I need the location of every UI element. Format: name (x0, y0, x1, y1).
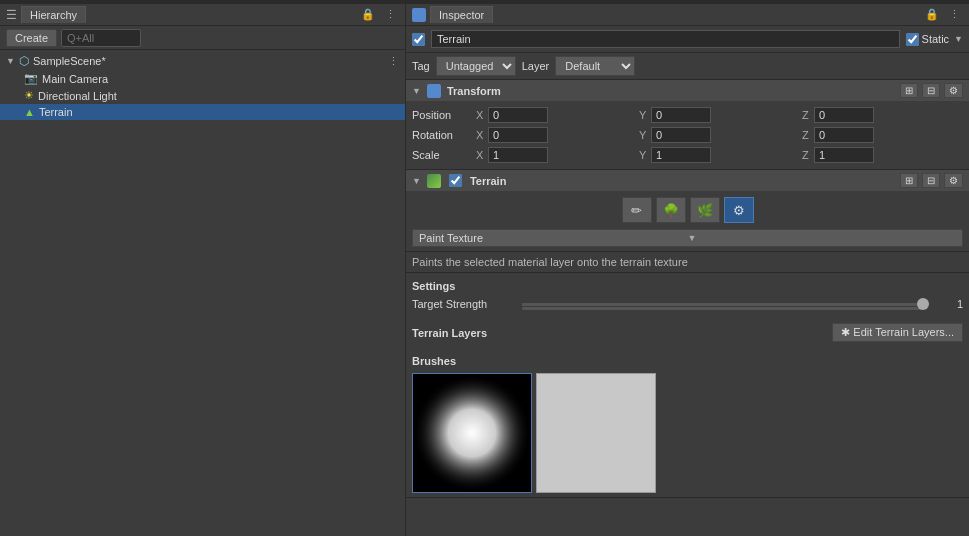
position-x-input[interactable] (488, 107, 548, 123)
tag-label: Tag (412, 60, 430, 72)
position-z-label: Z (802, 109, 812, 121)
scene-name: SampleScene* (33, 55, 106, 67)
create-button[interactable]: Create (6, 29, 57, 47)
terrain-component-title: Terrain (470, 175, 506, 187)
scale-xyz: X Y Z (476, 147, 963, 163)
rotation-x-input[interactable] (488, 127, 548, 143)
scene-menu-icon[interactable]: ⋮ (388, 55, 399, 68)
inspector-lock-btn[interactable]: 🔒 (922, 7, 942, 22)
transform-component-icon (427, 84, 441, 98)
light-label: Directional Light (38, 90, 117, 102)
terrain-component-header[interactable]: ▼ Terrain ⊞ ⊟ ⚙ (406, 170, 969, 191)
info-text-content: Paints the selected material layer onto … (412, 256, 688, 268)
position-y-input[interactable] (651, 107, 711, 123)
hierarchy-more-btn[interactable]: ⋮ (382, 7, 399, 22)
paint-texture-arrow: ▼ (688, 233, 957, 243)
brush-item-1[interactable] (412, 373, 532, 493)
scale-y-input[interactable] (651, 147, 711, 163)
scene-icon: ⬡ (19, 54, 29, 68)
transform-paste-btn[interactable]: ⊟ (922, 83, 940, 98)
brushes-section: Brushes (406, 348, 969, 497)
transform-copy-btn[interactable]: ⊞ (900, 83, 918, 98)
terrain-label: Terrain (39, 106, 73, 118)
position-x-label: X (476, 109, 486, 121)
hierarchy-lock-btn[interactable]: 🔒 (358, 7, 378, 22)
terrain-paste-btn[interactable]: ⊟ (922, 173, 940, 188)
scale-x-input[interactable] (488, 147, 548, 163)
inspector-more-btn[interactable]: ⋮ (946, 7, 963, 22)
tag-dropdown[interactable]: Untagged (436, 56, 516, 76)
hierarchy-menu-icon[interactable]: ☰ (6, 8, 17, 22)
inspector-tab[interactable]: Inspector (430, 6, 493, 23)
rotation-row: Rotation X Y Z (412, 125, 963, 145)
terrain-toolbar: ✏ 🌳 🌿 ⚙ (406, 191, 969, 229)
brush-item-2[interactable] (536, 373, 656, 493)
terrain-layers-section: Terrain Layers ✱ Edit Terrain Layers... (406, 317, 969, 348)
camera-label: Main Camera (42, 73, 108, 85)
scale-x-label: X (476, 149, 486, 161)
target-strength-value: 1 (933, 298, 963, 310)
static-checkbox[interactable] (906, 33, 919, 46)
hierarchy-header: ☰ Hierarchy 🔒 ⋮ (0, 4, 405, 26)
object-header: Static ▼ (406, 26, 969, 53)
hierarchy-item-main-camera[interactable]: 📷 Main Camera (0, 70, 405, 87)
hierarchy-content: ▼ ⬡ SampleScene* ⋮ 📷 Main Camera ☀ Direc… (0, 50, 405, 536)
terrain-active-checkbox[interactable] (449, 174, 462, 187)
transform-title: Transform (447, 85, 501, 97)
terrain-layers-title: Terrain Layers (412, 324, 487, 342)
layer-dropdown[interactable]: Default (555, 56, 635, 76)
position-xyz: X Y Z (476, 107, 963, 123)
hierarchy-scene-item[interactable]: ▼ ⬡ SampleScene* ⋮ (0, 52, 405, 70)
terrain-tree-tool[interactable]: 🌳 (656, 197, 686, 223)
target-strength-thumb[interactable] (917, 298, 929, 310)
transform-settings-btn[interactable]: ⚙ (944, 83, 963, 98)
terrain-component-icon (427, 174, 441, 188)
terrain-detail-tool[interactable]: 🌿 (690, 197, 720, 223)
layer-label: Layer (522, 60, 550, 72)
hierarchy-tab[interactable]: Hierarchy (21, 6, 86, 23)
scale-z-input[interactable] (814, 147, 874, 163)
target-strength-row: Target Strength 1 (412, 295, 963, 313)
rotation-y-input[interactable] (651, 127, 711, 143)
hierarchy-item-directional-light[interactable]: ☀ Directional Light (0, 87, 405, 104)
hierarchy-search[interactable] (61, 29, 141, 47)
position-row: Position X Y Z (412, 105, 963, 125)
terrain-brush-tool[interactable]: ✏ (622, 197, 652, 223)
terrain-icon: ▲ (24, 106, 35, 118)
object-name-input[interactable] (431, 30, 900, 48)
scale-label: Scale (412, 149, 472, 161)
static-dropdown-arrow[interactable]: ▼ (954, 34, 963, 44)
terrain-collapse-arrow: ▼ (412, 176, 421, 186)
inspector-content: Static ▼ Tag Untagged Layer Default ▼ (406, 26, 969, 536)
terrain-component-section: ▼ Terrain ⊞ ⊟ ⚙ ✏ 🌳 🌿 (406, 170, 969, 498)
target-strength-track[interactable] (522, 303, 923, 306)
position-y-label: Y (639, 109, 649, 121)
transform-collapse-arrow: ▼ (412, 86, 421, 96)
terrain-settings-btn[interactable]: ⚙ (944, 173, 963, 188)
paint-texture-dropdown[interactable]: Paint Texture ▼ (412, 229, 963, 247)
terrain-settings-tool[interactable]: ⚙ (724, 197, 754, 223)
paint-texture-label: Paint Texture (419, 232, 688, 244)
transform-body: Position X Y Z Rotation X Y Z (406, 101, 969, 169)
scale-y-label: Y (639, 149, 649, 161)
light-icon: ☀ (24, 89, 34, 102)
camera-icon: 📷 (24, 72, 38, 85)
position-z-input[interactable] (814, 107, 874, 123)
transform-header[interactable]: ▼ Transform ⊞ ⊟ ⚙ (406, 80, 969, 101)
tag-layer-row: Tag Untagged Layer Default (406, 53, 969, 80)
edit-terrain-layers-btn[interactable]: ✱ Edit Terrain Layers... (832, 323, 963, 342)
hierarchy-toolbar: Create (0, 26, 405, 50)
brushes-title: Brushes (412, 352, 963, 373)
target-strength-label: Target Strength (412, 298, 512, 310)
hierarchy-title: Hierarchy (30, 9, 77, 21)
terrain-copy-btn[interactable]: ⊞ (900, 173, 918, 188)
position-label: Position (412, 109, 472, 121)
settings-section: Settings Target Strength 1 (406, 273, 969, 317)
object-active-checkbox[interactable] (412, 33, 425, 46)
hierarchy-item-terrain[interactable]: ▲ Terrain (0, 104, 405, 120)
rotation-z-input[interactable] (814, 127, 874, 143)
scale-z-label: Z (802, 149, 812, 161)
rotation-xyz: X Y Z (476, 127, 963, 143)
inspector-header: Inspector 🔒 ⋮ (406, 4, 969, 26)
rotation-x-label: X (476, 129, 486, 141)
